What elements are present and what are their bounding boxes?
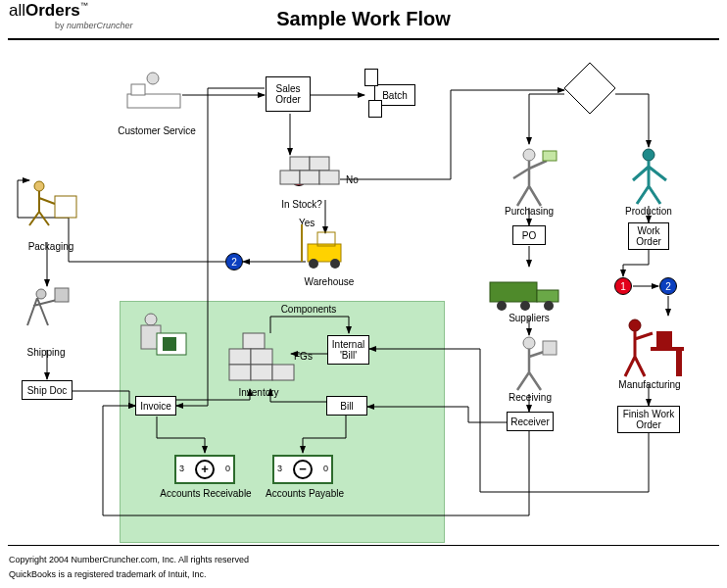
svg-rect-25 — [543, 341, 557, 355]
header: allOrders™ by numberCruncher Sample Work… — [0, 0, 727, 37]
money-ar: 3 + 0 — [174, 455, 235, 484]
accounting-panel — [120, 301, 445, 543]
fgs-label: FGs — [294, 351, 313, 362]
finish-work-order-box: Finish Work Order — [617, 406, 680, 433]
internal-bill-box: Internal 'Bill' — [327, 335, 369, 365]
packaging-label: Packaging — [22, 241, 80, 252]
components-label: Components — [274, 304, 343, 315]
svg-point-27 — [629, 319, 641, 331]
suppliers-label: Suppliers — [502, 313, 557, 323]
diagram-canvas: Sales Order Batch Customer Service In St… — [0, 41, 727, 543]
svg-point-10 — [147, 73, 159, 84]
connector-2-prod: 2 — [659, 277, 677, 295]
svg-point-21 — [497, 301, 507, 311]
shipping-label: Shipping — [22, 347, 71, 358]
money-0: 0 — [225, 465, 230, 474]
receiving-label: Receiving — [504, 392, 557, 403]
svg-point-17 — [523, 149, 535, 161]
svg-point-15 — [36, 289, 46, 299]
production-label: Production — [621, 206, 676, 217]
svg-rect-18 — [543, 151, 557, 161]
customer-service-label: Customer Service — [118, 125, 196, 136]
warehouse-label: Warehouse — [300, 276, 359, 287]
svg-rect-20 — [537, 290, 558, 302]
svg-rect-28 — [651, 347, 684, 351]
yes-label: Yes — [299, 218, 315, 228]
svg-rect-11 — [127, 94, 180, 108]
manufacturing-label: Manufacturing — [613, 379, 686, 390]
svg-rect-4 — [319, 171, 339, 184]
page-title: Sample Work Flow — [0, 8, 727, 30]
connector-2-warehouse: 2 — [225, 253, 243, 270]
svg-rect-30 — [656, 331, 672, 347]
connector-1-prod: 1 — [614, 277, 632, 295]
svg-rect-6 — [317, 232, 335, 246]
footer-trademark: QuickBooks is a registered trademark of … — [9, 569, 207, 579]
bill-box: Bill — [326, 396, 367, 416]
in-stock-label: In Stock? — [272, 199, 331, 210]
sales-order-box: Sales Order — [266, 76, 311, 112]
minus-icon: − — [293, 460, 313, 479]
ship-doc-box: Ship Doc — [22, 380, 73, 400]
money-3: 3 — [179, 465, 184, 474]
ap-label: Accounts Payable — [261, 488, 349, 499]
money-0b: 0 — [323, 465, 328, 474]
svg-rect-29 — [676, 351, 682, 376]
plus-icon: + — [195, 460, 215, 479]
svg-point-13 — [34, 181, 44, 191]
no-label: No — [346, 174, 359, 185]
svg-rect-1 — [310, 157, 329, 171]
batch-doc-icon — [364, 69, 378, 86]
purchasing-label: Purchasing — [500, 206, 558, 217]
svg-point-8 — [330, 259, 340, 269]
svg-rect-12 — [131, 84, 145, 95]
batch-doc-icon-2 — [368, 100, 382, 118]
svg-rect-14 — [55, 196, 76, 218]
svg-point-7 — [309, 259, 318, 269]
svg-point-26 — [643, 149, 654, 161]
invoice-box: Invoice — [135, 396, 176, 416]
make-or-buy-label: Make or Buy — [568, 78, 613, 100]
svg-point-22 — [520, 301, 530, 311]
footer-copyright: Copyright 2004 NumberCruncher.com, Inc. … — [9, 555, 249, 564]
top-divider — [8, 38, 719, 40]
money-ap: 3 − 0 — [272, 455, 333, 484]
svg-rect-16 — [55, 288, 69, 302]
svg-point-24 — [523, 337, 535, 349]
svg-point-23 — [544, 301, 554, 311]
receiver-box: Receiver — [507, 412, 554, 431]
ar-label: Accounts Receivable — [157, 488, 255, 499]
inventory-label: Inventory — [233, 387, 284, 398]
money-3b: 3 — [277, 465, 282, 474]
work-order-box: Work Order — [628, 222, 669, 250]
svg-rect-19 — [490, 282, 537, 302]
svg-rect-5 — [308, 244, 341, 262]
bottom-divider — [8, 545, 719, 546]
page: allOrders™ by numberCruncher Sample Work… — [0, 0, 727, 588]
po-box: PO — [512, 225, 546, 245]
connector-1-instock: 1 — [290, 169, 308, 186]
